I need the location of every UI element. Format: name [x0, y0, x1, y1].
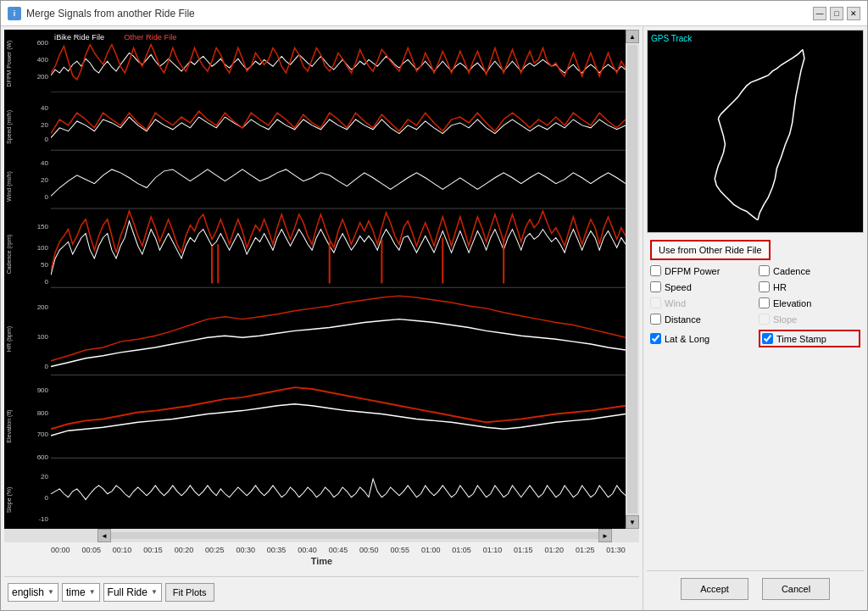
fit-plots-button[interactable]: Fit Plots	[165, 583, 214, 602]
svg-text:0: 0	[45, 136, 49, 143]
minimize-button[interactable]: —	[813, 7, 826, 20]
svg-text:Speed (mi/h): Speed (mi/h)	[6, 110, 13, 144]
use-from-other-button[interactable]: Use from Other Ride File	[650, 240, 771, 260]
svg-text:Cadence (rpm): Cadence (rpm)	[6, 235, 13, 275]
speed-checkbox[interactable]	[650, 281, 661, 292]
hr-checkbox[interactable]	[759, 281, 770, 292]
time-tick-14: 01:10	[483, 546, 503, 554]
svg-text:20: 20	[41, 121, 48, 129]
svg-text:100: 100	[37, 244, 49, 252]
main-window: i Merge Signals from another Ride File —…	[0, 0, 868, 611]
svg-text:Elevation (ft): Elevation (ft)	[6, 409, 13, 442]
h-scroll-spacer	[4, 529, 51, 542]
slope-label: Slope	[773, 314, 797, 325]
charts-area: iBike Ride File Other Ride File	[51, 30, 626, 529]
slope-checkbox[interactable]	[759, 314, 770, 325]
svg-text:Other Ride File: Other Ride File	[124, 33, 176, 42]
checkbox-timestamp: Time Stamp	[759, 330, 860, 347]
svg-text:800: 800	[37, 409, 49, 417]
title-bar-buttons: — □ ✕	[813, 7, 860, 20]
svg-text:40: 40	[41, 159, 48, 167]
checkbox-grid: DFPM Power Cadence Speed H	[650, 265, 860, 347]
checkbox-wind: Wind	[650, 297, 752, 308]
scroll-up-button[interactable]: ▲	[626, 30, 639, 43]
svg-text:20: 20	[41, 473, 48, 480]
time-tick-3: 00:15	[143, 546, 163, 554]
svg-text:0: 0	[45, 193, 49, 201]
chart-container: 600 400 200 DFPM Power (W) 40 20 0 Speed…	[4, 30, 639, 529]
content-area: 600 400 200 DFPM Power (W) 40 20 0 Speed…	[1, 26, 867, 610]
bottom-bar: english ▼ time ▼ Full Ride ▼ Fit Plots	[4, 576, 639, 607]
time-tick-15: 01:15	[514, 546, 533, 554]
svg-text:150: 150	[37, 223, 49, 231]
time-tick-13: 01:05	[452, 546, 471, 554]
latlng-checkbox[interactable]	[650, 333, 661, 344]
time-tick-2: 00:10	[113, 546, 132, 554]
checkbox-distance: Distance	[650, 314, 752, 325]
time-axis: 00:00 00:05 00:10 00:15 00:20 00:25 00:3…	[4, 542, 639, 576]
svg-text:0: 0	[45, 363, 49, 370]
scroll-left-button[interactable]: ◄	[97, 529, 111, 542]
language-dropdown[interactable]: english ▼	[8, 583, 58, 602]
svg-text:HR (bpm): HR (bpm)	[6, 326, 13, 352]
timestamp-checkbox[interactable]	[762, 333, 773, 344]
maximize-button[interactable]: □	[830, 7, 843, 20]
elevation-checkbox[interactable]	[759, 297, 770, 308]
time-tick-9: 00:45	[329, 546, 348, 554]
time-tick-7: 00:35	[267, 546, 287, 554]
accept-button[interactable]: Accept	[681, 578, 748, 600]
scroll-track[interactable]	[627, 45, 637, 514]
time-tick-11: 00:55	[390, 546, 409, 554]
bottom-buttons: Accept Cancel	[647, 570, 864, 607]
distance-label: Distance	[665, 314, 701, 325]
speed-label: Speed	[665, 282, 692, 292]
svg-text:0: 0	[45, 278, 49, 286]
time-tick-5: 00:25	[205, 546, 225, 554]
svg-text:DFPM Power (W): DFPM Power (W)	[6, 41, 13, 87]
language-value: english	[12, 586, 44, 598]
time-tick-6: 00:30	[236, 546, 255, 554]
checkbox-elevation: Elevation	[759, 297, 860, 308]
gps-label: GPS Track	[651, 34, 692, 43]
vertical-scrollbar[interactable]: ▲ ▼	[626, 30, 639, 529]
dfpm-power-label: DFPM Power	[665, 266, 720, 276]
cancel-button[interactable]: Cancel	[762, 578, 830, 600]
timestamp-label: Time Stamp	[776, 334, 826, 344]
checkbox-cadence: Cadence	[759, 265, 860, 276]
time-dropdown[interactable]: time ▼	[62, 583, 100, 602]
h-scroll-track[interactable]	[111, 532, 598, 539]
time-tick-10: 00:50	[359, 546, 379, 554]
svg-text:600: 600	[37, 39, 49, 47]
svg-text:0: 0	[45, 494, 49, 502]
close-button[interactable]: ✕	[847, 7, 860, 20]
hr-label: HR	[773, 282, 787, 292]
svg-text:40: 40	[41, 104, 48, 112]
chart-inner: 600 400 200 DFPM Power (W) 40 20 0 Speed…	[4, 30, 626, 529]
svg-text:700: 700	[37, 430, 49, 438]
scroll-down-button[interactable]: ▼	[626, 515, 639, 529]
svg-text:400: 400	[37, 56, 49, 64]
right-panel: GPS Track Use from Other Ride File DFPM …	[643, 26, 867, 610]
title-bar-left: i Merge Signals from another Ride File	[8, 7, 195, 20]
distance-checkbox[interactable]	[650, 314, 661, 325]
time-ticks: 00:00 00:05 00:10 00:15 00:20 00:25 00:3…	[4, 542, 639, 554]
time-axis-label: Time	[4, 556, 639, 566]
svg-text:600: 600	[37, 453, 49, 461]
time-tick-4: 00:20	[175, 546, 194, 554]
scroll-right-button[interactable]: ►	[598, 529, 612, 542]
ride-dropdown[interactable]: Full Ride ▼	[103, 583, 162, 602]
cadence-checkbox[interactable]	[759, 265, 770, 276]
left-panel: 600 400 200 DFPM Power (W) 40 20 0 Speed…	[1, 26, 643, 610]
controls-area: Use from Other Ride File DFPM Power Cade…	[647, 236, 864, 567]
time-dropdown-arrow: ▼	[89, 588, 96, 596]
h-scrollbar-container: ◄ ►	[4, 529, 639, 542]
time-tick-0: 00:00	[51, 546, 70, 554]
checkbox-latlng: Lat & Long	[650, 330, 752, 347]
latlng-label: Lat & Long	[665, 334, 709, 344]
dfpm-power-checkbox[interactable]	[650, 265, 661, 276]
time-tick-1: 00:05	[81, 546, 101, 554]
gps-track: GPS Track	[647, 30, 864, 233]
wind-checkbox[interactable]	[650, 297, 661, 308]
horizontal-scrollbar[interactable]: ◄ ►	[97, 529, 612, 542]
wind-label: Wind	[665, 298, 686, 308]
